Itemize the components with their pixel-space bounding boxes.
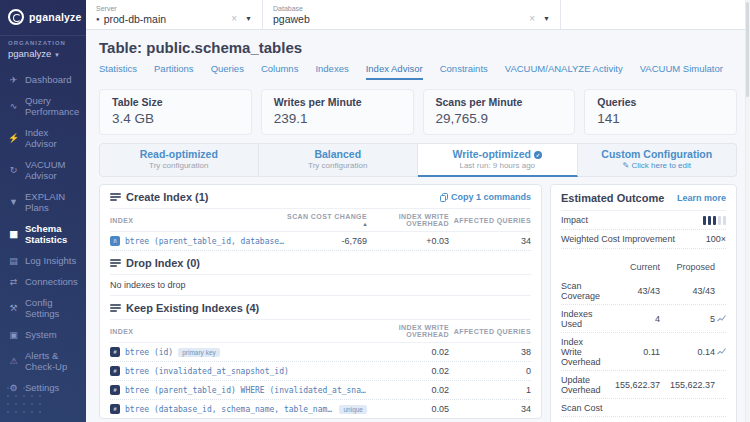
funnel-icon: ▼ [8,197,19,207]
outcome-row-scan-cost-total: Total 1,463,527 1,456,758 [561,417,726,422]
config-tab-balanced[interactable]: Balanced Try configuration [259,143,419,177]
index-icon: # [110,347,120,357]
outcome-group-scan-cost: Scan Cost [561,399,726,417]
table-tabs: Statistics Partitions Queries Columns In… [99,63,737,80]
tab-index-advisor[interactable]: Index Advisor [366,63,423,80]
new-index-icon: /\ [110,236,120,246]
scrollbar-thumb[interactable] [746,2,749,97]
index-icon: # [110,385,120,395]
index-definition-link[interactable]: btree (invalidated_at_snapshot_id) [125,367,289,376]
learn-more-link[interactable]: Learn more [677,193,726,203]
sidebar-item-log-insights[interactable]: ▤Log Insights [0,250,86,271]
chart-line-icon: ∿ [8,101,19,111]
server-label: Server [96,5,252,12]
keep-index-row: # btree (invalidated_at_snapshot_id) 0.0… [110,362,531,381]
sidebar-item-alerts[interactable]: ⚠Alerts & Check-Up [0,345,86,377]
system-icon: ▣ [8,330,19,340]
create-index-section-header: Create Index (1) Copy 1 commands [110,185,531,209]
sidebar-item-schema-statistics[interactable]: ▦Schema Statistics [0,218,86,250]
list-gear-icon [110,304,121,312]
estimated-outcome-panel: Estimated Outcome Learn more Impact Weig… [550,184,737,422]
clear-icon[interactable]: × [529,13,535,24]
main-content: Table: public.schema_tables Statistics P… [86,30,750,422]
chevron-down-icon[interactable]: ▼ [245,15,252,22]
clear-icon[interactable]: × [231,13,237,24]
alert-icon: ⚠ [8,356,19,366]
create-index-title: Create Index (1) [126,191,209,203]
bolt-icon: ⚡ [8,133,19,143]
index-definition-link[interactable]: btree (id) [125,348,173,357]
database-label: Database [273,5,550,12]
keep-index-row: # btree (id) primary key 0.02 38 [110,343,531,362]
paper-plane-icon: ✈ [8,75,19,85]
drop-index-title: Drop Index (0) [126,257,200,269]
outcome-row-scan-coverage: Scan Coverage 43/43 43/43 [561,277,726,305]
stat-cards: Table Size 3.4 GB Writes per Minute 239.… [99,89,737,135]
vertical-scrollbar[interactable] [745,0,750,422]
impact-row: Impact [561,211,726,230]
index-definition-link[interactable]: btree (parent_table_id) WHERE (invalidat… [125,386,367,395]
trend-chart-icon[interactable] [717,348,726,355]
sidebar-item-system[interactable]: ▣System [0,324,86,345]
tab-statistics[interactable]: Statistics [99,63,137,80]
outcome-row-indexes-used: Indexes Used 4 5 [561,305,726,333]
index-icon: # [110,404,120,414]
sort-column-scan-cost[interactable]: SCAN COST CHANGE ▴ [285,213,367,227]
stat-card-queries: Queries 141 [584,89,737,135]
sidebar-item-vacuum-advisor[interactable]: ↻VACUUM Advisor [0,154,86,186]
tab-vacuum-analyze-activity[interactable]: VACUUM/ANALYZE Activity [505,63,623,80]
sidebar-item-index-advisor[interactable]: ⚡Index Advisor [0,122,86,154]
index-definition-link[interactable]: btree (parent_table_id, database_id) WHE… [125,237,285,246]
pganalyze-logo-text: pganalyze [29,11,82,23]
chevron-down-icon[interactable]: ▼ [543,15,550,22]
table-grid-icon: ▦ [8,229,19,239]
config-tab-custom[interactable]: Custom Configuration ✎ Click here to edi… [578,143,738,177]
sidebar-item-explain-plans[interactable]: ▼EXPLAIN Plans [0,186,86,218]
database-selector[interactable]: Database pgaweb × ▼ [263,0,561,29]
arrows-icon: ⇄ [8,277,19,287]
tab-vacuum-simulator[interactable]: VACUUM Simulator [640,63,723,80]
index-definition-link[interactable]: btree (database_id, schema_name, table_n… [125,405,334,414]
tab-queries[interactable]: Queries [211,63,244,80]
config-tab-write-optimized[interactable]: Write-optimized✓ Last run: 9 hours ago [418,143,578,177]
app-window: pganalyze ORGANIZATION pganalyze ▼ ✈Dash… [0,0,750,422]
copy-commands-link[interactable]: Copy 1 commands [440,192,531,202]
organization-name: pganalyze [8,48,51,59]
tab-partitions[interactable]: Partitions [154,63,194,80]
keep-index-row: # btree (parent_table_id) WHERE (invalid… [110,381,531,400]
wrench-icon: ⚒ [8,303,19,313]
config-tab-read-optimized[interactable]: Read-optimized Try configuration [99,143,259,177]
index-icon: # [110,366,120,376]
stat-card-scans-per-minute: Scans per Minute 29,765.9 [423,89,576,135]
keep-indexes-section-header: Keep Existing Indexes (4) [110,296,531,320]
sidebar-item-dashboard[interactable]: ✈Dashboard [0,69,86,90]
weighted-cost-improvement-row: Weighted Cost Improvement 100× [561,230,726,249]
sidebar-item-config-settings[interactable]: ⚒Config Settings [0,292,86,324]
create-index-row: /\ btree (parent_table_id, database_id) … [110,232,531,251]
stat-card-writes-per-minute: Writes per Minute 239.1 [261,89,414,135]
server-selector[interactable]: Server ● prod-db-main × ▼ [86,0,263,29]
outcome-row-update-overhead: Update Overhead 155,622.37 155,622.37 [561,371,726,399]
weighted-cost-improvement-value: 100× [706,234,726,244]
drop-index-section-header: Drop Index (0) [110,251,531,275]
organization-label: ORGANIZATION [8,40,78,46]
list-gear-icon [110,193,121,201]
impact-bars [703,216,726,225]
trend-chart-icon[interactable] [717,315,726,322]
sidebar-item-connections[interactable]: ⇄Connections [0,271,86,292]
outcome-column-headers: Current Proposed [561,255,726,277]
pganalyze-logo[interactable]: pganalyze [0,0,86,35]
keep-indexes-column-headers: INDEX INDEX WRITE OVERHEAD AFFECTED QUER… [110,320,531,343]
pganalyze-logo-icon [8,9,24,25]
tab-columns[interactable]: Columns [261,63,299,80]
sidebar-nav: ✈Dashboard ∿Query Performance ⚡Index Adv… [0,69,86,398]
tab-constraints[interactable]: Constraints [440,63,488,80]
chevron-down-icon: ▼ [54,52,60,58]
sidebar-item-query-performance[interactable]: ∿Query Performance [0,90,86,122]
keep-indexes-title: Keep Existing Indexes (4) [126,302,259,314]
organization-switcher[interactable]: ORGANIZATION pganalyze ▼ [0,35,86,67]
server-status-dot: ● [96,16,100,22]
tab-indexes[interactable]: Indexes [315,63,348,80]
list-gear-icon [110,259,121,267]
sidebar: pganalyze ORGANIZATION pganalyze ▼ ✈Dash… [0,0,86,422]
